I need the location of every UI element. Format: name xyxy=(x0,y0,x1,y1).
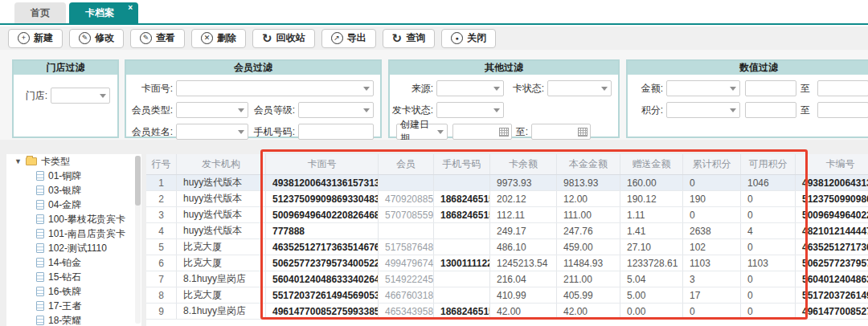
tree-expander-icon[interactable]: ▼ xyxy=(14,157,22,165)
store-select[interactable] xyxy=(51,88,110,104)
filter-section: 门店过滤 门店: 会员过滤 卡面号: 会员类型: 会员等级: 会员姓名: 手机号… xyxy=(0,50,868,140)
issue-status-select[interactable] xyxy=(436,102,504,118)
column-header[interactable]: 发卡机构 xyxy=(177,154,266,174)
table-cell: 1245213.54 xyxy=(490,255,557,271)
tree-item-label: 100-攀枝花贵宾卡 xyxy=(48,213,125,226)
card-status-select[interactable] xyxy=(547,80,612,96)
column-header[interactable]: 累计积分 xyxy=(683,154,741,174)
table-cell: 216.04 xyxy=(490,271,557,287)
column-header[interactable]: 行号 xyxy=(146,154,177,174)
tree-scrollbar-thumb[interactable] xyxy=(135,156,141,206)
tree-item[interactable]: 100-攀枝花贵宾卡 xyxy=(6,212,141,226)
export-button[interactable]: ↗导出 xyxy=(321,29,376,48)
table-cell: 1103 xyxy=(683,255,741,271)
member-level-select[interactable] xyxy=(298,102,374,118)
column-header[interactable]: 卡面号 xyxy=(266,154,379,174)
table-cell: 5.04 xyxy=(620,271,683,287)
recycle-button[interactable]: ↻回收站 xyxy=(252,29,315,48)
amount-to-input[interactable] xyxy=(817,80,868,96)
tab-home-label: 首页 xyxy=(31,6,50,20)
column-header[interactable]: 可用积分 xyxy=(741,154,796,174)
table-cell: 17 xyxy=(683,287,741,303)
tree-item[interactable]: 101-南昌店贵宾卡 xyxy=(6,226,141,241)
table-cell: 410.99 xyxy=(490,287,557,303)
table-row[interactable]: 4huyy迭代版本777888249.17247.761.41263844821… xyxy=(146,223,868,239)
column-header[interactable]: 卡余额 xyxy=(490,154,557,174)
calendar-icon[interactable] xyxy=(578,128,588,137)
new-button[interactable]: +新建 xyxy=(8,29,63,48)
query-button[interactable]: ↻查询 xyxy=(383,29,436,48)
table-cell xyxy=(379,223,434,238)
member-type-select[interactable] xyxy=(176,102,248,118)
table-row[interactable]: 3huyy迭代版本500969496402208264685707085592.… xyxy=(146,207,868,223)
tree-item[interactable]: 17-王者 xyxy=(6,299,141,313)
source-select[interactable] xyxy=(436,80,504,96)
column-header[interactable]: 赠送金额 xyxy=(620,154,683,174)
table-row[interactable]: 1huyy迭代版本493812006431361573139973.939813… xyxy=(146,175,868,191)
table-cell: 11484.93 xyxy=(557,255,620,271)
table-cell: 49381200643136157313 xyxy=(266,175,379,190)
create-date-select[interactable]: 创建日期 xyxy=(396,124,448,140)
file-icon xyxy=(36,243,44,253)
amount-from-input[interactable] xyxy=(745,80,796,96)
phone-input[interactable] xyxy=(298,124,374,140)
tab-close-icon[interactable]: × xyxy=(128,3,133,12)
table-row[interactable]: 8比克大厦551720372614945690534667603184...41… xyxy=(146,287,868,304)
date-from-input[interactable] xyxy=(452,124,512,140)
tree-item-label: 18-荣耀 xyxy=(48,314,81,326)
column-header[interactable]: 会员 xyxy=(379,154,434,174)
calendar-icon[interactable] xyxy=(499,128,509,137)
table-cell: 1 xyxy=(146,175,177,190)
tree-root-card-type[interactable]: ▼ 卡类型 xyxy=(6,154,141,169)
tree-item[interactable]: 14-铂金 xyxy=(6,255,141,270)
table-row[interactable]: 5比克大厦463525127173635146765175876488...48… xyxy=(146,239,868,255)
member-type-label: 会员类型: xyxy=(126,104,176,117)
table-cell: 9973.93 xyxy=(490,175,557,190)
file-icon xyxy=(36,258,44,267)
member-name-select[interactable] xyxy=(176,124,248,140)
table-cell: 5604012404863 xyxy=(796,271,868,287)
card-face-select[interactable] xyxy=(176,80,374,96)
tab-home[interactable]: 首页 xyxy=(14,2,66,23)
table-cell: 0 xyxy=(741,304,796,319)
chevron-down-icon xyxy=(730,87,736,91)
table-cell: 102 xyxy=(683,239,741,255)
other-filter-title: 其他过滤 xyxy=(390,61,618,75)
tree-item[interactable]: 16-铁牌 xyxy=(6,284,141,299)
issue-status-label: 发卡状态: xyxy=(390,104,436,117)
points-label: 积分: xyxy=(628,104,666,117)
table-row[interactable]: 98.1huyy皇岗店49614770085275993385465343958… xyxy=(146,304,868,320)
toolbar-button-label: 查询 xyxy=(406,31,425,45)
amount-op-select[interactable] xyxy=(666,80,740,96)
delete-button[interactable]: ✕删除 xyxy=(191,29,246,48)
edit-button[interactable]: ✎修改 xyxy=(69,29,124,48)
points-to-input[interactable] xyxy=(817,102,868,118)
tree-item[interactable]: 03-银牌 xyxy=(6,183,141,198)
table-row[interactable]: 78.1huyy皇岗店56040124048633340264514922245… xyxy=(146,271,868,287)
other-filter-panel: 其他过滤 来源: 卡状态: 发卡状态: 创建日期 至: xyxy=(388,59,620,138)
refresh-arrow-icon: ↻ xyxy=(392,32,403,44)
tree-item[interactable]: 04-金牌 xyxy=(6,198,141,212)
close-button[interactable]: ●关闭 xyxy=(441,29,496,48)
table-cell: 0 xyxy=(683,175,741,190)
member-name-label: 会员姓名: xyxy=(126,125,176,139)
table-cell: 1868246515 xyxy=(434,207,490,222)
table-row[interactable]: 6比克大厦506257723795734005224994796744...13… xyxy=(146,255,868,271)
points-op-select[interactable] xyxy=(666,102,740,118)
tree-item[interactable]: 18-荣耀 xyxy=(6,313,141,326)
date-to-input[interactable] xyxy=(531,124,591,140)
column-header[interactable]: 手机号码 xyxy=(434,154,490,174)
table-cell: 6 xyxy=(146,255,177,271)
points-from-input[interactable] xyxy=(745,102,796,118)
column-header[interactable]: 本金金额 xyxy=(557,154,620,174)
table-cell: 1868246515 xyxy=(434,304,490,319)
tree-item[interactable]: 01-铜牌 xyxy=(6,169,141,183)
view-button[interactable]: ✎查看 xyxy=(130,29,185,48)
tree-item[interactable]: 15-钻石 xyxy=(6,270,141,284)
table-cell: huyy迭代版本 xyxy=(177,207,266,222)
tab-card-archive[interactable]: 卡档案 × xyxy=(69,2,138,23)
tree-scrollbar[interactable] xyxy=(135,156,141,324)
column-header[interactable]: 卡编号 xyxy=(796,154,868,174)
tree-item[interactable]: 102-测试1110 xyxy=(6,241,141,255)
table-row[interactable]: 2huyy迭代版本512375099098693304834709208855.… xyxy=(146,191,868,207)
